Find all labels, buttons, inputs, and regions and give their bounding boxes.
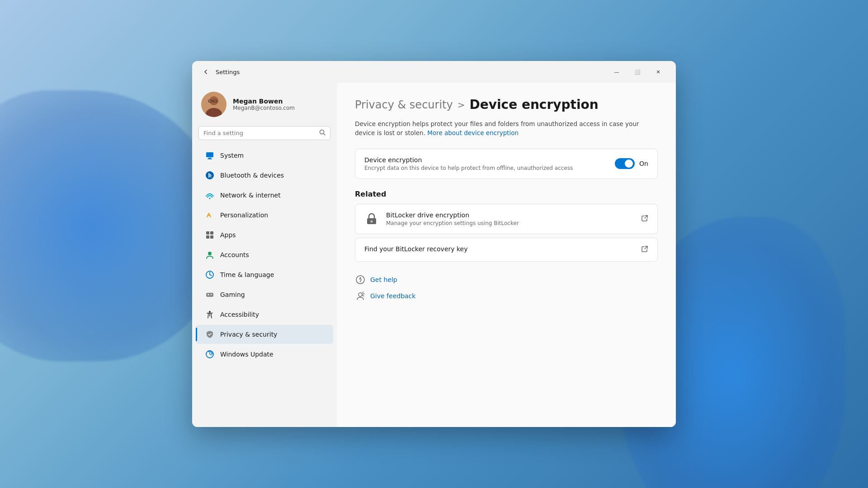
close-button[interactable]: ✕ xyxy=(648,65,669,79)
sidebar-item-privacy[interactable]: Privacy & security xyxy=(196,325,333,344)
search-input[interactable] xyxy=(203,130,316,136)
device-encryption-card: Device encryption Encrypt data on this d… xyxy=(355,149,658,179)
svg-point-34 xyxy=(359,293,362,296)
update-icon xyxy=(205,349,215,359)
get-help-icon xyxy=(355,274,366,285)
sidebar-label-accounts: Accounts xyxy=(220,251,249,258)
sidebar-item-personalization[interactable]: Personalization xyxy=(196,206,333,225)
toggle-label: On xyxy=(639,160,648,167)
page-description: Device encryption helps protect your fil… xyxy=(355,119,649,138)
get-help-link[interactable]: Get help xyxy=(355,274,658,285)
svg-line-37 xyxy=(362,296,364,296)
content-area: Privacy & security > Device encryption D… xyxy=(337,83,676,427)
sidebar-label-bluetooth: Bluetooth & devices xyxy=(220,172,284,179)
window-controls: — ⬜ ✕ xyxy=(606,65,669,79)
bitlocker-card[interactable]: BitLocker drive encryption Manage your e… xyxy=(355,204,658,234)
bitlocker-title: BitLocker drive encryption xyxy=(386,211,634,219)
sidebar-item-bluetooth[interactable]: Bluetooth & devices xyxy=(196,166,333,185)
svg-rect-10 xyxy=(208,159,212,160)
svg-rect-22 xyxy=(206,293,213,297)
give-feedback-icon xyxy=(355,291,366,301)
user-info: Megan Bowen MeganB@contoso.com xyxy=(233,98,295,111)
sidebar-label-update: Windows Update xyxy=(220,351,274,358)
gaming-icon xyxy=(205,290,215,300)
external-link-icon xyxy=(641,215,648,223)
svg-point-33 xyxy=(360,277,361,278)
svg-rect-17 xyxy=(210,235,213,239)
system-icon xyxy=(205,150,215,160)
toggle-track xyxy=(615,158,635,169)
breadcrumb-separator: > xyxy=(458,99,465,110)
svg-line-7 xyxy=(324,134,326,136)
bitlocker-action xyxy=(641,215,648,223)
back-button[interactable] xyxy=(199,66,212,78)
sidebar-item-network[interactable]: Network & internet xyxy=(196,186,333,205)
user-name: Megan Bowen xyxy=(233,98,295,105)
svg-rect-15 xyxy=(210,231,213,235)
description-link[interactable]: More about device encryption xyxy=(427,129,519,136)
bluetooth-icon xyxy=(205,170,215,180)
svg-point-31 xyxy=(371,220,373,221)
page-title: Device encryption xyxy=(469,97,598,112)
recovery-key-card[interactable]: Find your BitLocker recovery key xyxy=(355,238,658,262)
sidebar-label-apps: Apps xyxy=(220,231,236,239)
avatar-image xyxy=(201,92,226,117)
sidebar-label-accessibility: Accessibility xyxy=(220,311,259,318)
sidebar: Megan Bowen MeganB@contoso.com xyxy=(192,83,337,427)
network-icon xyxy=(205,190,215,200)
svg-line-35 xyxy=(362,292,363,293)
encryption-card-text: Device encryption Encrypt data on this d… xyxy=(364,156,608,171)
give-feedback-label: Give feedback xyxy=(370,292,415,300)
bitlocker-subtitle: Manage your encryption settings using Bi… xyxy=(386,220,634,226)
sidebar-item-time[interactable]: Time & language xyxy=(196,265,333,284)
title-bar: Settings — ⬜ ✕ xyxy=(192,61,676,83)
recovery-key-title: Find your BitLocker recovery key xyxy=(364,245,634,253)
apps-icon xyxy=(205,230,215,240)
sidebar-label-privacy: Privacy & security xyxy=(220,331,277,338)
recovery-key-action xyxy=(641,245,648,254)
give-feedback-link[interactable]: Give feedback xyxy=(355,291,658,301)
accounts-icon xyxy=(205,250,215,260)
svg-rect-9 xyxy=(208,158,211,159)
search-box[interactable] xyxy=(198,126,330,140)
sidebar-item-gaming[interactable]: Gaming xyxy=(196,285,333,304)
card-row-encryption: Device encryption Encrypt data on this d… xyxy=(355,149,657,178)
encryption-toggle[interactable] xyxy=(615,158,635,169)
bitlocker-card-text: BitLocker drive encryption Manage your e… xyxy=(386,211,634,226)
help-section: Get help Give feedback xyxy=(355,274,658,301)
bitlocker-icon xyxy=(364,211,379,226)
recovery-external-link-icon xyxy=(641,245,648,254)
related-section-title: Related xyxy=(355,190,658,198)
breadcrumb-parent[interactable]: Privacy & security xyxy=(355,99,453,111)
encryption-card-subtitle: Encrypt data on this device to help prot… xyxy=(364,165,608,171)
privacy-icon xyxy=(205,329,215,339)
breadcrumb: Privacy & security > Device encryption xyxy=(355,97,658,112)
encryption-card-title: Device encryption xyxy=(364,156,608,164)
sidebar-item-accounts[interactable]: Accounts xyxy=(196,245,333,264)
svg-rect-16 xyxy=(206,235,209,239)
bitlocker-card-row: BitLocker drive encryption Manage your e… xyxy=(355,204,657,234)
get-help-label: Get help xyxy=(370,276,397,283)
sidebar-item-apps[interactable]: Apps xyxy=(196,225,333,244)
maximize-button[interactable]: ⬜ xyxy=(627,65,648,79)
recovery-key-text: Find your BitLocker recovery key xyxy=(364,245,634,254)
search-icon xyxy=(319,129,326,137)
sidebar-item-accessibility[interactable]: Accessibility xyxy=(196,305,333,324)
svg-point-18 xyxy=(208,252,212,255)
window-title: Settings xyxy=(216,69,606,75)
sidebar-label-time: Time & language xyxy=(220,271,274,278)
time-icon xyxy=(205,270,215,280)
recovery-key-row: Find your BitLocker recovery key xyxy=(355,238,657,261)
encryption-toggle-area: On xyxy=(615,158,648,169)
sidebar-item-system[interactable]: System xyxy=(196,146,333,165)
avatar xyxy=(201,92,226,117)
toggle-thumb xyxy=(625,160,633,168)
svg-point-11 xyxy=(206,171,214,179)
svg-line-36 xyxy=(363,294,364,294)
svg-point-26 xyxy=(209,311,211,313)
main-area: Megan Bowen MeganB@contoso.com xyxy=(192,83,676,427)
sidebar-item-update[interactable]: Windows Update xyxy=(196,345,333,364)
svg-line-21 xyxy=(210,275,212,276)
accessibility-icon xyxy=(205,310,215,319)
minimize-button[interactable]: — xyxy=(606,65,627,79)
